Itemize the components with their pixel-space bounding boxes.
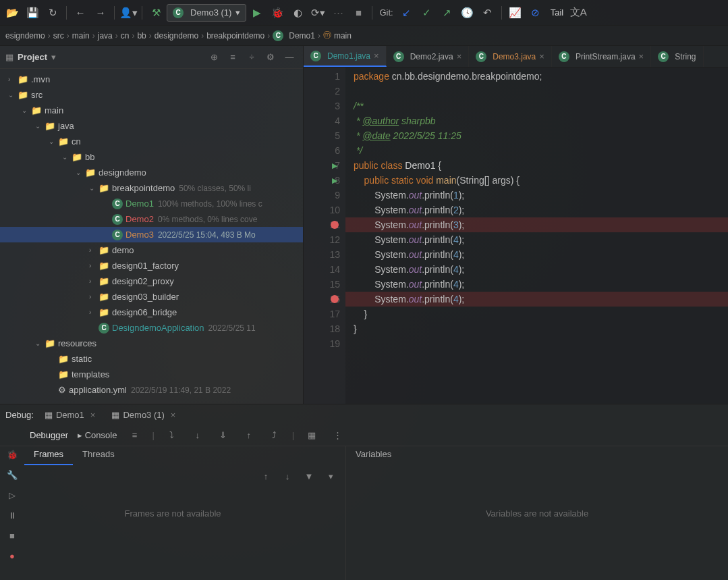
tab-printstream[interactable]: CPrintStream.java×	[552, 46, 651, 67]
breadcrumb-item[interactable]: java	[98, 31, 113, 41]
breadcrumb-item[interactable]: main	[334, 31, 352, 41]
tree-row[interactable]: ›📁design03_builder	[0, 289, 303, 305]
run-config-selector[interactable]: C Demo3 (1) ▾	[167, 4, 246, 22]
tree-row[interactable]: ⌄📁cn	[0, 134, 303, 149]
tree-row[interactable]: CDesigndemoApplication2022/5/25 11	[0, 320, 303, 336]
breadcrumb-item[interactable]: esigndemo	[5, 31, 45, 41]
step-out-icon[interactable]: ↑	[241, 427, 257, 444]
back-icon[interactable]: ←	[71, 3, 90, 22]
breadcrumb-item[interactable]: src	[53, 31, 64, 41]
tree-row[interactable]: ⌄📁resources	[0, 336, 303, 351]
tree-row[interactable]: ›📁.mvn	[0, 72, 303, 87]
tree-row[interactable]: ⌄📁src	[0, 87, 303, 103]
coverage-icon[interactable]: ◐	[288, 3, 307, 22]
threads-tab[interactable]: Threads	[73, 446, 124, 465]
tree-row[interactable]: ⌄📁java	[0, 118, 303, 134]
translate-icon[interactable]: 文A	[569, 3, 588, 22]
class-icon: C	[173, 7, 184, 18]
step-into-icon[interactable]: ↓	[190, 427, 206, 444]
debugger-tab[interactable]: Debugger	[30, 430, 68, 440]
debug-session-tab[interactable]: ▦Demo1×	[39, 408, 101, 422]
stats-icon[interactable]: 📈	[506, 3, 525, 22]
run-gutter-icon[interactable]: ▶	[332, 158, 337, 173]
close-icon[interactable]: ×	[374, 51, 379, 61]
expand-icon[interactable]: ≡	[225, 49, 241, 65]
close-icon[interactable]: ×	[639, 51, 644, 61]
no-icon[interactable]: ⊘	[526, 3, 545, 22]
filter-icon[interactable]: ▼	[301, 468, 317, 484]
more-icon[interactable]: ⋮	[329, 427, 345, 444]
tab-demo2[interactable]: CDemo2.java×	[387, 46, 470, 67]
close-icon[interactable]: ×	[457, 51, 462, 61]
git-history-icon[interactable]: 🕓	[458, 3, 477, 22]
git-push-icon[interactable]: ↗	[438, 3, 457, 22]
run-gutter-icon[interactable]: ▶	[332, 173, 337, 188]
save-icon[interactable]: 💾	[23, 3, 42, 22]
close-icon[interactable]: ×	[90, 410, 96, 420]
tree-row[interactable]: ⌄📁bb	[0, 149, 303, 165]
tree-row[interactable]: ⚙application.yml2022/5/19 11:49, 21 B 20…	[0, 382, 303, 398]
breakpoint-icon[interactable]	[331, 221, 339, 229]
tree-row[interactable]: ›📁demo	[0, 242, 303, 258]
tab-demo3[interactable]: CDemo3.java×	[469, 46, 552, 67]
tail-label[interactable]: Tail	[551, 7, 564, 18]
run-config-label: Demo3 (1)	[190, 7, 231, 18]
breadcrumb-item[interactable]: main	[72, 31, 90, 41]
tree-row[interactable]: 📁templates	[0, 367, 303, 382]
git-undo-icon[interactable]: ↶	[478, 3, 497, 22]
tree-row[interactable]: CDemo1100% methods, 100% lines c	[0, 196, 303, 211]
tree-row[interactable]: ⌄📁breakpointdemo50% classes, 50% li	[0, 180, 303, 196]
stop-icon[interactable]: ■	[349, 3, 368, 22]
close-icon[interactable]: ×	[171, 410, 176, 420]
debug-label: Debug:	[5, 410, 34, 420]
hide-icon[interactable]: —	[281, 49, 298, 65]
tree-row[interactable]: CDemo20% methods, 0% lines cove	[0, 211, 303, 227]
forward-icon[interactable]: →	[91, 3, 110, 22]
git-pull-icon[interactable]: ↙	[397, 3, 416, 22]
threads-icon[interactable]: ≡	[126, 427, 142, 444]
breadcrumb-item[interactable]: cn	[121, 31, 130, 41]
sync-icon[interactable]: ↻	[43, 3, 62, 22]
debug-icon[interactable]: 🐞	[268, 3, 287, 22]
locate-icon[interactable]: ⊕	[206, 49, 222, 65]
breadcrumb-item[interactable]: breakpointdemo	[206, 31, 264, 41]
profile-icon[interactable]: 👤▾	[119, 3, 138, 22]
breadcrumb-item[interactable]: bb	[137, 31, 146, 41]
console-tab[interactable]: ▸ Console	[78, 430, 117, 440]
tree-row[interactable]: ›📁design01_factory	[0, 258, 303, 273]
debug-session-tab[interactable]: ▦Demo3 (1)×	[106, 408, 181, 422]
tree-row[interactable]: CDemo32022/5/25 15:04, 493 B Mo	[0, 227, 303, 242]
chevron-down-icon[interactable]: ▾	[51, 52, 56, 62]
frames-tab[interactable]: Frames	[24, 446, 73, 465]
prev-frame-icon[interactable]: ↑	[258, 468, 274, 484]
open-icon[interactable]: 📂	[3, 3, 22, 22]
editor[interactable]: 1 2 3 4 5 6 7▶ 8▶ 9 10 11 12 13 14 15 16…	[304, 68, 728, 404]
breadcrumb-item[interactable]: Demo1	[289, 31, 315, 41]
more-icon[interactable]: ▾	[323, 468, 339, 484]
profiler-icon[interactable]: ⟳▾	[308, 3, 327, 22]
run-icon[interactable]: ▶	[248, 3, 267, 22]
gutter[interactable]: 1 2 3 4 5 6 7▶ 8▶ 9 10 11 12 13 14 15 16…	[304, 68, 345, 404]
tree-row[interactable]: ⌄📁main	[0, 103, 303, 118]
tree-row[interactable]: 📁static	[0, 351, 303, 367]
tree-row[interactable]: ›📁design06_bridge	[0, 305, 303, 320]
hammer-icon[interactable]: ⚒	[146, 3, 165, 22]
next-frame-icon[interactable]: ↓	[279, 468, 296, 484]
evaluate-icon[interactable]: ▦	[304, 427, 320, 444]
attach-icon[interactable]: ⋯	[329, 3, 347, 22]
git-commit-icon[interactable]: ✓	[418, 3, 437, 22]
force-step-icon[interactable]: ⇓	[215, 427, 231, 444]
project-title[interactable]: Project	[18, 52, 47, 62]
tree-row[interactable]: ›📁design02_proxy	[0, 273, 303, 289]
step-over-icon[interactable]: ⤵	[164, 427, 180, 444]
tab-demo1[interactable]: CDemo1.java×	[304, 46, 387, 67]
tab-string[interactable]: CString	[651, 46, 703, 67]
tree-row[interactable]: ⌄📁designdemo	[0, 165, 303, 180]
breadcrumb-item[interactable]: designdemo	[155, 31, 198, 41]
drop-frame-icon[interactable]: ⤴	[267, 427, 283, 444]
collapse-icon[interactable]: ÷	[244, 49, 260, 65]
project-view-icon[interactable]: ▦	[5, 52, 13, 62]
breakpoint-icon[interactable]	[331, 295, 339, 303]
close-icon[interactable]: ×	[539, 51, 544, 61]
gear-icon[interactable]: ⚙	[262, 49, 279, 65]
